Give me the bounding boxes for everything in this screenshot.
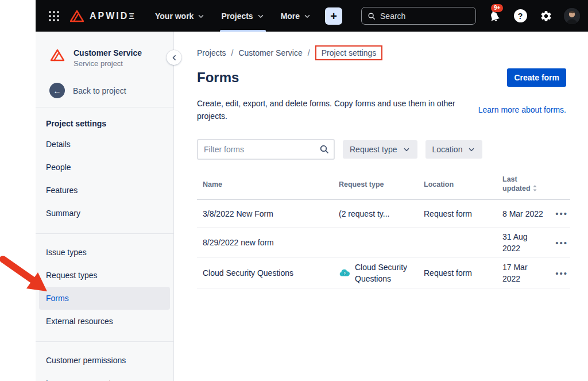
sidebar-item-details[interactable]: Details bbox=[39, 133, 170, 156]
notification-badge: 9+ bbox=[491, 4, 503, 12]
top-navigation-bar: APWIDΞ Your work Projects More + 9+ bbox=[36, 0, 588, 32]
chevron-down-icon bbox=[403, 145, 411, 153]
chevron-down-icon bbox=[197, 12, 205, 20]
settings-button[interactable] bbox=[538, 8, 554, 24]
global-search[interactable] bbox=[361, 7, 476, 25]
nav-your-work-label: Your work bbox=[155, 11, 194, 21]
form-name[interactable]: Cloud Security Questions bbox=[197, 264, 333, 282]
nav-your-work[interactable]: Your work bbox=[149, 0, 211, 32]
sidebar-divider bbox=[36, 341, 173, 342]
breadcrumb: Projects / Customer Service / Project se… bbox=[197, 44, 566, 61]
column-header-request-type: Request type bbox=[333, 174, 418, 194]
global-search-input[interactable] bbox=[380, 11, 470, 21]
project-title-block: Customer Service Service project bbox=[74, 48, 142, 68]
column-header-last-updated[interactable]: Last updated bbox=[497, 169, 548, 199]
primary-nav: Your work Projects More bbox=[149, 0, 317, 32]
description-row: Create, edit, export, and delete forms. … bbox=[197, 97, 566, 122]
back-to-project[interactable]: ← Back to project bbox=[36, 83, 173, 98]
breadcrumb-separator: / bbox=[231, 48, 234, 57]
filter-forms-input[interactable] bbox=[197, 139, 335, 160]
table-row: 3/8/2022 New Form (2 request ty... Reque… bbox=[197, 200, 570, 228]
sidebar-item-features[interactable]: Features bbox=[39, 179, 170, 202]
column-header-name: Name bbox=[197, 174, 333, 194]
location-dropdown[interactable]: Location bbox=[425, 140, 483, 159]
notifications-button[interactable]: 9+ bbox=[486, 8, 502, 24]
request-type-dropdown-label: Request type bbox=[350, 145, 397, 154]
nav-projects-label: Projects bbox=[221, 11, 253, 21]
question-mark-icon: ? bbox=[514, 9, 527, 22]
form-request-type: (2 request ty... bbox=[333, 205, 418, 223]
project-logo-icon bbox=[49, 48, 65, 63]
sidebar-item-language-support[interactable]: Language support bbox=[39, 372, 170, 381]
brand-suffix: Ξ bbox=[129, 11, 134, 21]
project-header: Customer Service Service project bbox=[36, 48, 173, 68]
page-title: Forms bbox=[197, 70, 239, 86]
breadcrumb-separator: / bbox=[308, 48, 310, 57]
project-settings-sidebar: Customer Service Service project ← Back … bbox=[36, 32, 174, 381]
sidebar-item-request-types[interactable]: Request types bbox=[39, 264, 170, 287]
form-location: Request form bbox=[418, 205, 497, 223]
filters-row: Request type Location bbox=[197, 139, 566, 160]
filter-forms-field bbox=[197, 139, 335, 160]
breadcrumb-projects[interactable]: Projects bbox=[197, 48, 226, 57]
breadcrumb-project-settings[interactable]: Project settings bbox=[315, 45, 383, 60]
row-more-menu-button[interactable]: ••• bbox=[553, 266, 570, 280]
last-updated-label: Last updated bbox=[502, 175, 531, 193]
gear-icon bbox=[540, 10, 552, 22]
request-type-dropdown[interactable]: Request type bbox=[343, 140, 417, 159]
form-request-type: ? Cloud Security Questions bbox=[333, 258, 418, 288]
column-header-location: Location bbox=[418, 174, 497, 194]
sidebar-item-customer-permissions[interactable]: Customer permissions bbox=[39, 349, 170, 372]
project-name: Customer Service bbox=[74, 48, 142, 58]
cloud-question-icon: ? bbox=[339, 267, 350, 279]
chevron-down-icon bbox=[467, 145, 475, 153]
user-avatar[interactable] bbox=[564, 8, 580, 24]
apwide-logo[interactable]: APWIDΞ bbox=[69, 9, 134, 23]
arrow-left-icon: ← bbox=[49, 83, 65, 98]
sort-icon[interactable] bbox=[532, 184, 537, 194]
nav-projects[interactable]: Projects bbox=[215, 0, 270, 32]
nav-more-label: More bbox=[281, 11, 300, 21]
brand-name: APWID bbox=[90, 11, 129, 21]
chevron-down-icon bbox=[257, 12, 265, 20]
form-name[interactable]: 8/29/2022 new form bbox=[197, 233, 333, 252]
back-to-project-label: Back to project bbox=[73, 86, 126, 95]
sidebar-divider bbox=[36, 233, 173, 234]
create-form-button[interactable]: Create form bbox=[507, 68, 566, 87]
apwide-triangle-icon bbox=[69, 9, 85, 23]
form-location: Request form bbox=[418, 264, 497, 282]
create-button[interactable]: + bbox=[325, 7, 342, 25]
app-switcher-icon[interactable] bbox=[45, 7, 63, 25]
sidebar-item-people[interactable]: People bbox=[39, 156, 170, 179]
nav-more[interactable]: More bbox=[275, 0, 317, 32]
sidebar-item-summary[interactable]: Summary bbox=[39, 202, 170, 225]
sidebar-item-forms[interactable]: Forms bbox=[39, 287, 170, 310]
form-request-type bbox=[333, 239, 418, 246]
row-more-menu-button[interactable]: ••• bbox=[553, 236, 570, 250]
page-title-row: Forms Create form bbox=[197, 68, 566, 87]
form-name[interactable]: 3/8/2022 New Form bbox=[197, 205, 333, 223]
form-location bbox=[418, 239, 497, 246]
forms-table: Name Request type Location Last updated … bbox=[197, 169, 570, 288]
grid-icon bbox=[48, 10, 60, 22]
table-row: Cloud Security Questions ? Cloud Securit… bbox=[197, 258, 570, 288]
column-header-actions bbox=[548, 179, 570, 189]
sidebar-collapse-button[interactable] bbox=[167, 50, 181, 65]
search-icon bbox=[319, 144, 329, 154]
sidebar-item-issue-types[interactable]: Issue types bbox=[39, 241, 170, 264]
table-row: 8/29/2022 new form 31 Aug 2022 ••• bbox=[197, 228, 570, 258]
help-button[interactable]: ? bbox=[512, 8, 528, 24]
main-content: Projects / Customer Service / Project se… bbox=[174, 32, 588, 381]
svg-text:?: ? bbox=[344, 272, 346, 275]
location-dropdown-label: Location bbox=[432, 145, 463, 154]
sidebar-item-external-resources[interactable]: External resources bbox=[39, 310, 170, 333]
row-more-menu-button[interactable]: ••• bbox=[553, 206, 570, 221]
chevron-left-icon bbox=[171, 54, 178, 61]
table-header-row: Name Request type Location Last updated bbox=[197, 169, 570, 200]
learn-more-link[interactable]: Learn more about forms. bbox=[478, 105, 566, 114]
breadcrumb-customer-service[interactable]: Customer Service bbox=[238, 48, 302, 57]
page-description: Create, edit, export, and delete forms. … bbox=[197, 97, 467, 122]
sidebar-section-heading: Project settings bbox=[36, 114, 173, 133]
form-request-type-label: Cloud Security Questions bbox=[355, 261, 413, 284]
form-last-updated: 8 Mar 2022 bbox=[497, 205, 548, 223]
